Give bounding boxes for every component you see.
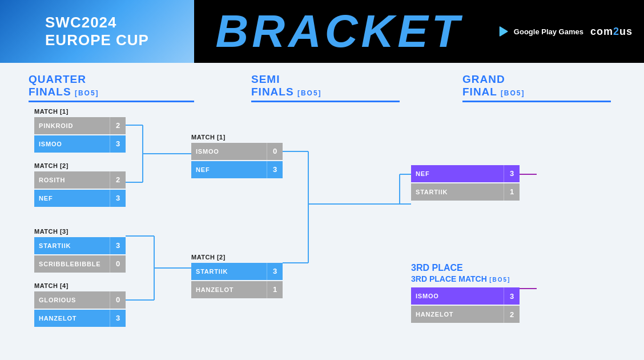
qf4-team2: HANZELOT 3: [34, 310, 126, 327]
third-place-match: 3RD PLACE 3RD PLACE MATCH [BO5] ISMOO 3 …: [411, 262, 520, 323]
sf1-label: MATCH [1]: [191, 134, 283, 141]
sf2-label: MATCH [2]: [191, 254, 283, 261]
event-title: SWC2024 EUROPE CUP: [45, 14, 149, 49]
qf-header: QUARTER FINALS [BO5]: [29, 73, 194, 102]
qf1-team2: ISMOO 3: [34, 135, 126, 153]
grand-final: NEF 3 STARTIIK 1: [411, 165, 520, 201]
qf4-label: MATCH [4]: [34, 282, 126, 289]
qf1-label: MATCH [1]: [34, 108, 126, 115]
bracket-content: MATCH [1] PINKROID 2 ISMOO 3 MATCH [2] R…: [0, 102, 644, 360]
qf2-team1: ROSITH 2: [34, 171, 126, 189]
qf4-team1: GLORIOUS 0: [34, 291, 126, 309]
gf-team1: NEF 3: [411, 165, 520, 182]
google-play-logo: Google Play Games: [498, 25, 583, 38]
google-play-icon: [498, 25, 510, 38]
qf-match-3: MATCH [3] STARTIIK 3 SCRIBBLEBIBBLE 0: [34, 228, 126, 273]
sf-match-1: MATCH [1] ISMOO 0 NEF 3: [191, 134, 283, 178]
gf-team2: STARTIIK 1: [411, 183, 520, 201]
stage-headers: QUARTER FINALS [BO5] SEMI FINALS [BO5] G…: [0, 63, 644, 102]
qf2-team2: NEF 3: [34, 190, 126, 207]
bracket-title: BRACKET: [215, 5, 462, 58]
bracket-title-area: BRACKET: [194, 5, 484, 58]
qf-match-2: MATCH [2] ROSITH 2 NEF 3: [34, 162, 126, 207]
qf2-label: MATCH [2]: [34, 162, 126, 169]
third-place-label: 3RD PLACE 3RD PLACE MATCH [BO5]: [411, 262, 520, 284]
sf2-team1: STARTIIK 3: [191, 263, 283, 280]
sf-match-2: MATCH [2] STARTIIK 3 HANZELOT 1: [191, 254, 283, 298]
sf-header: SEMI FINALS [BO5]: [251, 73, 400, 102]
third-team1: ISMOO 3: [411, 287, 520, 305]
sf2-team2: HANZELOT 1: [191, 281, 283, 298]
gf-header: GRAND FINAL [BO5]: [462, 73, 611, 102]
com2us-logo: com2us: [590, 26, 633, 38]
qf3-team1: STARTIIK 3: [34, 237, 126, 254]
header: SWC2024 EUROPE CUP BRACKET Google Play G…: [0, 0, 644, 63]
qf1-team1: PINKROID 2: [34, 117, 126, 134]
bracket-area: QUARTER FINALS [BO5] SEMI FINALS [BO5] G…: [0, 63, 644, 360]
qf-match-1: MATCH [1] PINKROID 2 ISMOO 3: [34, 108, 126, 153]
sponsor-area: Google Play Games com2us: [484, 25, 644, 38]
sf1-team2: NEF 3: [191, 161, 283, 178]
event-banner: SWC2024 EUROPE CUP: [0, 0, 194, 63]
qf3-label: MATCH [3]: [34, 228, 126, 235]
google-play-text: Google Play Games: [514, 27, 583, 36]
qf-match-4: MATCH [4] GLORIOUS 0 HANZELOT 3: [34, 282, 126, 327]
sf1-team1: ISMOO 0: [191, 143, 283, 160]
qf3-team2: SCRIBBLEBIBBLE 0: [34, 255, 126, 273]
third-team2: HANZELOT 2: [411, 306, 520, 323]
